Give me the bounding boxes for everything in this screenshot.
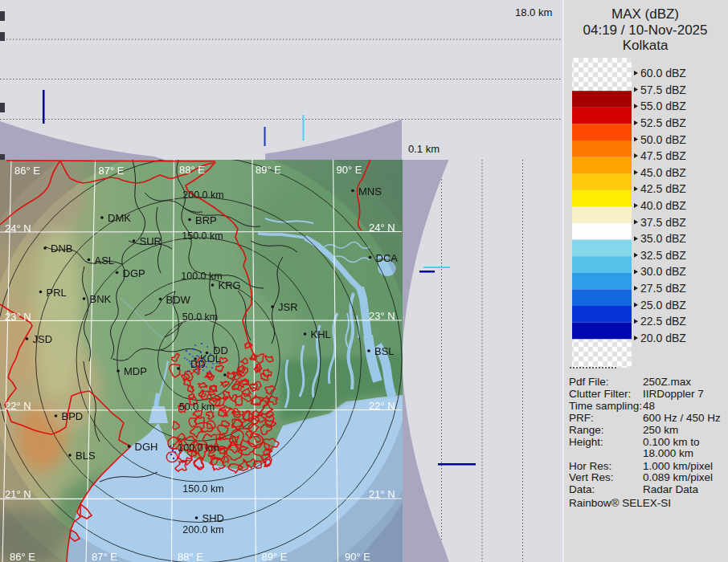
svg-text:24° N: 24° N [369, 222, 395, 234]
svg-text:23° N: 23° N [369, 310, 395, 322]
svg-text:35.0 dBZ: 35.0 dBZ [640, 232, 686, 245]
svg-text:89° E: 89° E [262, 551, 288, 562]
svg-text:18.0 km: 18.0 km [515, 6, 552, 18]
svg-text:KRG: KRG [219, 279, 241, 291]
svg-text:23° N: 23° N [5, 311, 31, 323]
svg-text:22° N: 22° N [5, 400, 31, 412]
svg-text:21° N: 21° N [369, 488, 395, 500]
svg-text:24° N: 24° N [5, 222, 31, 234]
svg-text:88° E: 88° E [178, 551, 203, 562]
svg-text:22.5 dBZ: 22.5 dBZ [640, 315, 686, 328]
svg-text:Pdf File:: Pdf File: [569, 376, 609, 388]
svg-text:86° E: 86° E [10, 551, 35, 562]
svg-text:21° N: 21° N [5, 488, 31, 500]
svg-text:57.5 dBZ: 57.5 dBZ [640, 83, 686, 96]
svg-text:55.0 dBZ: 55.0 dBZ [640, 100, 686, 112]
svg-text:90° E: 90° E [337, 164, 362, 176]
svg-text:250 km: 250 km [643, 424, 678, 436]
svg-text:JSD: JSD [33, 333, 53, 345]
svg-text:DGP: DGP [123, 267, 145, 279]
svg-text:150.0 km: 150.0 km [182, 230, 223, 242]
svg-text:32.5 dBZ: 32.5 dBZ [640, 249, 686, 262]
svg-text:Data:: Data: [569, 483, 595, 495]
svg-text:45.0 dBZ: 45.0 dBZ [640, 166, 686, 179]
svg-text:DMK: DMK [108, 212, 131, 224]
svg-text:200.0 km: 200.0 km [182, 524, 223, 536]
svg-text:22° N: 22° N [369, 400, 395, 412]
svg-text:25.0 dBZ: 25.0 dBZ [640, 299, 686, 312]
svg-text:IIRDoppler 7: IIRDoppler 7 [643, 388, 704, 400]
svg-text:MDP: MDP [124, 365, 147, 377]
svg-text:50.0 km: 50.0 km [179, 401, 215, 413]
svg-text:BLS: BLS [76, 450, 96, 462]
svg-text:200.0 km: 200.0 km [182, 189, 223, 201]
svg-text:87° E: 87° E [99, 165, 125, 177]
svg-text:600 Hz / 450 Hz: 600 Hz / 450 Hz [643, 412, 721, 424]
svg-text:20.0 dBZ: 20.0 dBZ [640, 332, 686, 344]
svg-text:04:19 / 10-Nov-2025: 04:19 / 10-Nov-2025 [583, 22, 708, 38]
svg-text:MAX (dBZ): MAX (dBZ) [611, 6, 679, 22]
svg-text:KHL: KHL [311, 328, 331, 340]
svg-text:JSR: JSR [278, 301, 298, 313]
svg-text:SUR: SUR [140, 235, 162, 247]
svg-text:89° E: 89° E [256, 164, 281, 176]
svg-text:48: 48 [643, 400, 655, 412]
svg-text:Rainbow® SELEX-SI: Rainbow® SELEX-SI [569, 497, 671, 509]
svg-text:47.5 dBZ: 47.5 dBZ [640, 149, 686, 162]
svg-text:DCA: DCA [376, 252, 399, 264]
svg-text:Time sampling:: Time sampling: [569, 400, 642, 412]
svg-text:40.0 dBZ: 40.0 dBZ [640, 199, 686, 212]
svg-text:Height:: Height: [569, 436, 603, 448]
svg-text:PRL: PRL [47, 287, 67, 299]
svg-text:BSL: BSL [374, 345, 395, 357]
svg-text:BPD: BPD [62, 410, 84, 422]
svg-text:0.1 km: 0.1 km [408, 143, 440, 155]
svg-text:100.0 km: 100.0 km [178, 442, 219, 454]
svg-text:MNS: MNS [358, 185, 382, 198]
svg-text:ASL: ASL [95, 255, 115, 267]
svg-text:DGH: DGH [135, 441, 158, 453]
svg-text:Kolkata: Kolkata [623, 38, 669, 53]
svg-text:0.089 km/pixel: 0.089 km/pixel [643, 471, 713, 483]
svg-text:Vert Res:: Vert Res: [569, 471, 614, 483]
svg-text:37.5 dBZ: 37.5 dBZ [640, 216, 686, 229]
svg-text:18.000 km: 18.000 km [643, 447, 693, 459]
svg-text:SHD: SHD [202, 512, 224, 524]
svg-text:BRP: BRP [195, 214, 217, 226]
svg-text:50.0 dBZ: 50.0 dBZ [640, 133, 686, 146]
svg-text:BDW: BDW [166, 294, 191, 306]
svg-text:Radar Data: Radar Data [643, 483, 699, 495]
svg-text:86° E: 86° E [14, 165, 40, 177]
svg-text:27.5 dBZ: 27.5 dBZ [640, 282, 686, 295]
svg-text:87° E: 87° E [92, 551, 117, 562]
svg-text:Clutter Filter:: Clutter Filter: [569, 388, 631, 400]
svg-text:150.0 km: 150.0 km [182, 483, 223, 495]
svg-text:90° E: 90° E [345, 551, 370, 562]
svg-text:Hor Res:: Hor Res: [569, 460, 611, 472]
svg-text:88° E: 88° E [179, 164, 205, 176]
svg-text:100.0 km: 100.0 km [181, 271, 222, 282]
svg-text:DNB: DNB [51, 242, 72, 255]
svg-text:Range:: Range: [569, 424, 604, 436]
svg-text:250Z.max: 250Z.max [643, 376, 691, 388]
svg-text:BNK: BNK [90, 293, 112, 305]
svg-text:PRF:: PRF: [569, 412, 594, 424]
svg-text:1.000 km/pixel: 1.000 km/pixel [643, 460, 713, 472]
svg-text:60.0 dBZ: 60.0 dBZ [640, 67, 686, 79]
svg-text:50.0 km: 50.0 km [182, 312, 218, 323]
svg-text:52.5 dBZ: 52.5 dBZ [640, 116, 686, 129]
svg-text:0.100 km to: 0.100 km to [643, 436, 700, 448]
svg-text:42.5 dBZ: 42.5 dBZ [640, 182, 686, 195]
svg-text:30.0 dBZ: 30.0 dBZ [640, 265, 686, 278]
